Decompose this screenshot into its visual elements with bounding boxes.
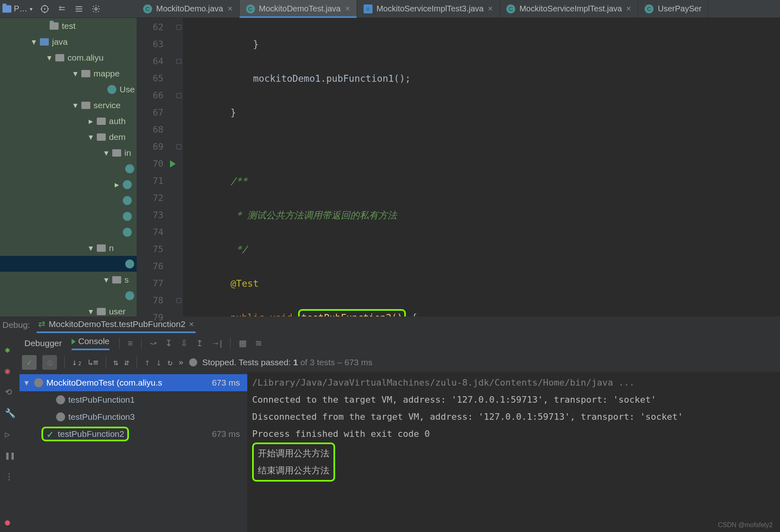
console-line: Connected to the target VM, address: '12… (252, 391, 775, 408)
tab-debugger[interactable]: Debugger (24, 338, 62, 348)
settings-icon[interactable] (91, 4, 101, 14)
threads-icon[interactable]: ≡ (128, 338, 133, 348)
expand-icon[interactable]: ⇅ (113, 358, 119, 367)
code-area[interactable]: } mockitoDemo1.pubFunction1(); } /** * 测… (183, 18, 780, 316)
collapse-icon[interactable]: ⇵ (124, 358, 129, 367)
gutter-line[interactable]: 62 (137, 19, 183, 36)
stop-button[interactable]: ⦸ (42, 355, 57, 370)
tab-userpayser[interactable]: CUserPaySer (638, 0, 708, 18)
tab-mockitoserviceimpltest[interactable]: CMockitoServiceImplTest.java✕ (500, 0, 638, 18)
pause-icon[interactable]: ❚❚ (5, 451, 15, 460)
tree-item[interactable] (0, 288, 137, 303)
close-icon[interactable]: ✕ (488, 5, 493, 13)
record-icon[interactable]: ● (5, 517, 15, 527)
next-icon[interactable]: ↓ (156, 357, 161, 368)
tree-item[interactable]: ▾user (0, 303, 137, 316)
tree-item[interactable] (0, 161, 137, 177)
gutter-line[interactable]: 67 (137, 104, 183, 121)
class-icon: ≡ (364, 4, 373, 13)
tab-mockitodemo[interactable]: CMockitoDemo.java✕ (137, 0, 240, 18)
tree-item[interactable] (0, 224, 137, 240)
class-icon: C (143, 4, 152, 13)
tree-item[interactable]: ▾java (0, 34, 137, 50)
wrench-icon[interactable]: 🔧 (5, 408, 15, 418)
tab-console[interactable]: Console (72, 336, 109, 350)
code-editor[interactable]: 626364656667686970717273747576777879 } m… (137, 18, 780, 316)
collapse-all-icon[interactable] (74, 4, 84, 14)
gutter-line[interactable]: 78 (137, 292, 183, 309)
tree-item[interactable]: ▾dem (0, 129, 137, 145)
fold-icon[interactable] (176, 93, 181, 98)
class-icon: C (506, 4, 515, 13)
close-icon[interactable]: ✕ (345, 5, 350, 13)
more-icon[interactable]: ⋮ (5, 472, 15, 482)
filter-icon[interactable]: ↳≡ (88, 358, 98, 367)
run-to-cursor-icon[interactable]: →| (211, 338, 222, 348)
gutter-line[interactable]: 63 (137, 36, 183, 53)
tree-item[interactable]: ▾service (0, 97, 137, 113)
project-tree[interactable]: test▾java▾com.aliyu▾mappeUse▾service▸aut… (0, 18, 137, 316)
prev-icon[interactable]: ↑ (144, 357, 150, 368)
tree-item[interactable] (0, 256, 137, 272)
close-icon[interactable]: ✕ (227, 5, 233, 13)
fold-icon[interactable] (176, 144, 181, 149)
tree-item[interactable]: ▾n (0, 240, 137, 256)
restart-icon[interactable]: ⟲ (5, 387, 15, 397)
resume-icon[interactable]: ▷ (5, 430, 15, 439)
history-icon[interactable]: ↻ (168, 358, 173, 367)
close-icon[interactable]: ✕ (626, 5, 631, 13)
gutter-line[interactable]: 75 (137, 241, 183, 258)
tree-item[interactable]: Use (0, 81, 137, 97)
test-tree[interactable]: ▾MockitoDemoTest (com.aliyu.s673 mstestP… (20, 372, 247, 532)
fold-icon[interactable] (176, 298, 181, 303)
test-row[interactable]: testPubFunction2673 ms (20, 425, 247, 443)
tab-mockitodemotest[interactable]: CMockitoDemoTest.java✕ (240, 0, 357, 18)
gutter-line[interactable]: 76 (137, 258, 183, 275)
gutter-line[interactable]: 68 (137, 121, 183, 138)
test-row[interactable]: testPubFunction3 (20, 408, 247, 425)
test-row[interactable]: testPubFunction1 (20, 391, 247, 408)
target-icon[interactable] (40, 4, 50, 14)
tree-item[interactable]: test (0, 18, 137, 34)
fold-icon[interactable] (176, 25, 181, 30)
tree-item[interactable]: ▾com.aliyu (0, 50, 137, 65)
bug-icon[interactable]: ✱ (5, 345, 15, 355)
console-output[interactable]: /Library/Java/JavaVirtualMachines/zulu-8… (247, 372, 780, 532)
step-into-icon[interactable]: ↧ (165, 338, 172, 348)
step-out-icon[interactable]: ↥ (196, 338, 203, 348)
rerun-button[interactable]: ✓ (22, 355, 37, 370)
close-icon[interactable]: ✕ (189, 321, 194, 328)
gutter-line[interactable]: 79 (137, 309, 183, 326)
tab-mockitoserviceimpltest3[interactable]: ≡MockitoServiceImplTest3.java✕ (357, 0, 500, 18)
stop-icon[interactable]: ◉ (5, 366, 15, 376)
project-dropdown[interactable]: P… ▾ (2, 4, 33, 13)
gutter-line[interactable]: 72 (137, 190, 183, 207)
tree-item[interactable]: ▾mappe (0, 65, 137, 81)
step-over-icon[interactable]: ⤻ (150, 338, 157, 348)
gutter-line[interactable]: 77 (137, 275, 183, 292)
gutter-line[interactable]: 70 (137, 155, 183, 172)
evaluate-icon[interactable]: ▦ (239, 338, 247, 348)
tree-item[interactable]: ▸auth (0, 113, 137, 129)
tree-item[interactable] (0, 192, 137, 208)
watermark: CSDN @mofsfely2 (718, 521, 773, 529)
gutter-line[interactable]: 71 (137, 172, 183, 190)
tree-item[interactable]: ▾s (0, 272, 137, 288)
run-gutter-icon[interactable] (170, 160, 176, 168)
gutter-line[interactable]: 66 (137, 87, 183, 104)
fold-icon[interactable] (176, 59, 181, 64)
tree-item[interactable]: ▾in (0, 145, 137, 161)
trace-icon[interactable]: ≋ (255, 338, 262, 348)
tree-item[interactable] (0, 208, 137, 224)
sort-icon[interactable]: ↓₂ (72, 358, 82, 367)
gutter-line[interactable]: 74 (137, 224, 183, 241)
tree-item[interactable]: ▸ (0, 177, 137, 192)
gutter-line[interactable]: 73 (137, 207, 183, 224)
test-row[interactable]: ▾MockitoDemoTest (com.aliyu.s673 ms (20, 374, 247, 391)
force-step-into-icon[interactable]: ⇩ (181, 338, 188, 348)
more-icon[interactable]: » (178, 358, 183, 367)
expand-all-icon[interactable] (57, 4, 67, 14)
gutter-line[interactable]: 64 (137, 53, 183, 70)
gutter-line[interactable]: 69 (137, 138, 183, 155)
gutter-line[interactable]: 65 (137, 70, 183, 87)
